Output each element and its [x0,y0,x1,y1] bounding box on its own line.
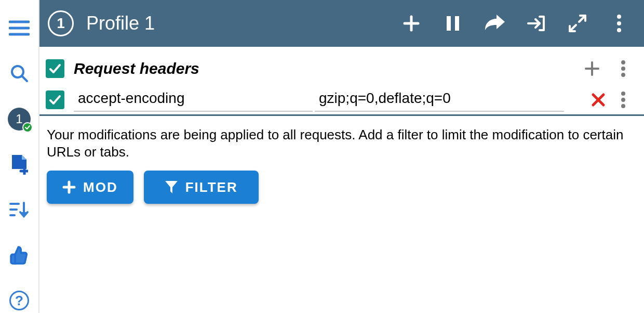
section-request-headers: Request headers [39,47,644,87]
header-checkbox[interactable] [46,90,64,109]
more-button[interactable] [602,7,636,40]
info-panel: Your modifications are being applied to … [39,116,644,204]
svg-point-29 [621,98,625,102]
svg-line-4 [22,76,27,81]
fullscreen-button[interactable] [561,7,594,40]
sort-button[interactable] [7,198,32,222]
filter-icon [165,180,178,194]
add-mod-button[interactable]: MOD [47,171,133,204]
main-content: 1 Profile 1 [39,0,644,313]
import-button[interactable] [519,7,553,40]
svg-point-23 [621,60,625,64]
share-button[interactable] [478,7,511,40]
app-bar: 1 Profile 1 [39,0,644,47]
section-more-button[interactable] [611,56,636,81]
delete-header-button[interactable] [586,87,611,112]
section-add-button[interactable] [580,56,605,81]
filter-label: FILTER [185,179,238,195]
svg-point-24 [621,67,625,71]
svg-point-28 [621,92,625,96]
sidebar: 1 [0,0,39,313]
add-button[interactable] [395,7,428,40]
svg-rect-14 [455,16,459,31]
header-row [39,87,644,114]
svg-point-20 [617,28,621,32]
svg-rect-13 [447,16,451,31]
check-badge-icon [22,122,33,133]
filter-button[interactable]: FILTER [144,171,259,204]
help-button[interactable]: ? [7,289,32,313]
header-name-input[interactable] [74,88,313,112]
svg-point-19 [617,21,621,25]
new-file-button[interactable] [7,152,32,176]
search-button[interactable] [7,61,32,85]
menu-button[interactable] [7,16,32,40]
section-checkbox[interactable] [46,59,64,78]
info-text: Your modifications are being applied to … [47,126,632,160]
add-mod-label: MOD [83,179,118,195]
profile-chip[interactable]: 1 [7,107,32,131]
svg-point-30 [621,104,625,108]
profile-number-icon: 1 [48,10,74,36]
profile-chip-number: 1 [16,112,22,126]
help-icon: ? [15,293,23,309]
thumbs-up-button[interactable] [7,243,32,267]
header-value-input[interactable] [315,88,564,112]
header-more-button[interactable] [611,87,636,112]
section-title: Request headers [74,60,573,77]
svg-point-25 [621,73,625,77]
pause-button[interactable] [436,7,469,40]
plus-icon [62,180,76,194]
svg-point-18 [617,15,621,19]
page-title: Profile 1 [86,12,155,34]
